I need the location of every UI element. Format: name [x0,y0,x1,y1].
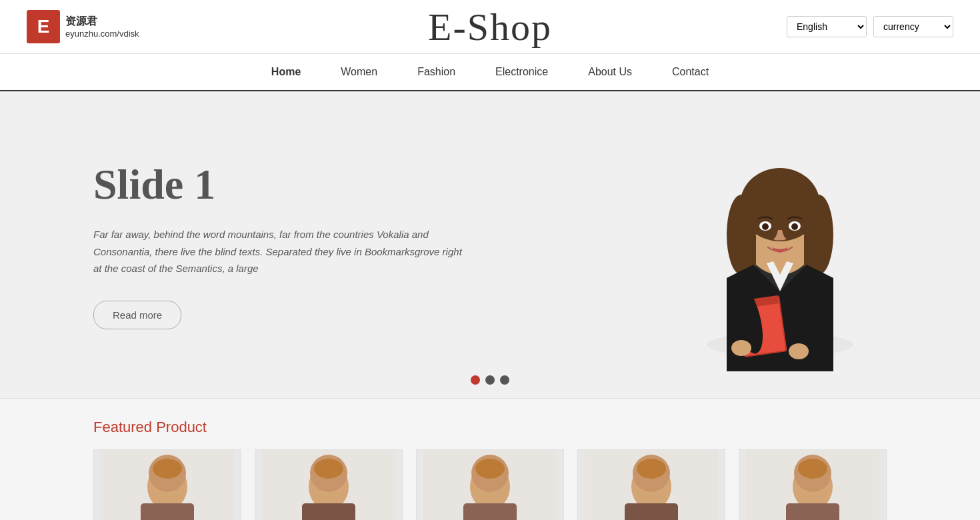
svg-rect-36 [463,503,517,520]
language-select[interactable]: English Chinese French [787,16,867,37]
hero-person-image [687,118,873,371]
logo-text: 资源君 eyunzhu.com/vdisk [65,15,139,39]
product-card-2[interactable] [255,449,403,520]
featured-section: Featured Product [0,398,980,520]
product-image-5 [739,450,886,520]
product-image-1 [94,450,241,520]
product-card-3[interactable] [416,449,564,520]
logo-area: E 资源君 eyunzhu.com/vdisk [27,10,139,43]
site-title: E-Shop [428,5,552,49]
read-more-button[interactable]: Read more [93,301,181,329]
hero-text: Far far away, behind the word mountains,… [93,226,467,277]
svg-point-21 [731,340,751,356]
main-nav: Home Women Fashion Electronice About Us … [0,54,980,91]
svg-point-47 [798,459,827,479]
nav-item-women[interactable]: Women [321,54,397,90]
svg-point-12 [791,223,798,230]
product-image-4 [578,450,725,520]
products-row [93,449,887,520]
header-controls: English Chinese French currency USD EUR … [787,16,953,37]
slide-dot-2[interactable] [485,375,495,385]
nav-item-contact[interactable]: Contact [652,54,729,90]
logo-letter: E [37,16,50,37]
hero-image [673,118,887,371]
nav-item-electronice[interactable]: Electronice [475,54,568,90]
svg-point-42 [637,459,666,479]
logo-box: E [27,10,60,43]
nav-item-home[interactable]: Home [251,54,321,90]
logo-brand: 资源君 [65,15,139,29]
slide-dot-3[interactable] [500,375,509,385]
svg-point-27 [153,459,182,479]
product-image-2 [255,450,402,520]
svg-rect-46 [786,503,839,520]
hero-content: Slide 1 Far far away, behind the word mo… [93,160,467,329]
slide-dot-1[interactable] [471,375,480,385]
svg-point-22 [789,343,809,359]
currency-select[interactable]: currency USD EUR CNY [873,16,953,37]
product-image-3 [417,450,563,520]
slide-dots [471,375,509,385]
svg-rect-26 [141,503,194,520]
featured-title: Featured Product [93,419,887,436]
logo-subtitle: eyunzhu.com/vdisk [65,29,139,39]
hero-slider: Slide 1 Far far away, behind the word mo… [0,91,980,398]
nav-item-about-us[interactable]: About Us [568,54,652,90]
hero-title: Slide 1 [93,160,467,209]
svg-point-37 [475,459,505,479]
svg-point-32 [314,459,343,479]
svg-rect-41 [625,503,678,520]
svg-point-11 [762,223,769,230]
nav-item-fashion[interactable]: Fashion [397,54,475,90]
product-card-1[interactable] [93,449,241,520]
product-card-5[interactable] [739,449,887,520]
header: E 资源君 eyunzhu.com/vdisk E-Shop English C… [0,0,980,54]
svg-rect-31 [302,503,355,520]
product-card-4[interactable] [577,449,725,520]
